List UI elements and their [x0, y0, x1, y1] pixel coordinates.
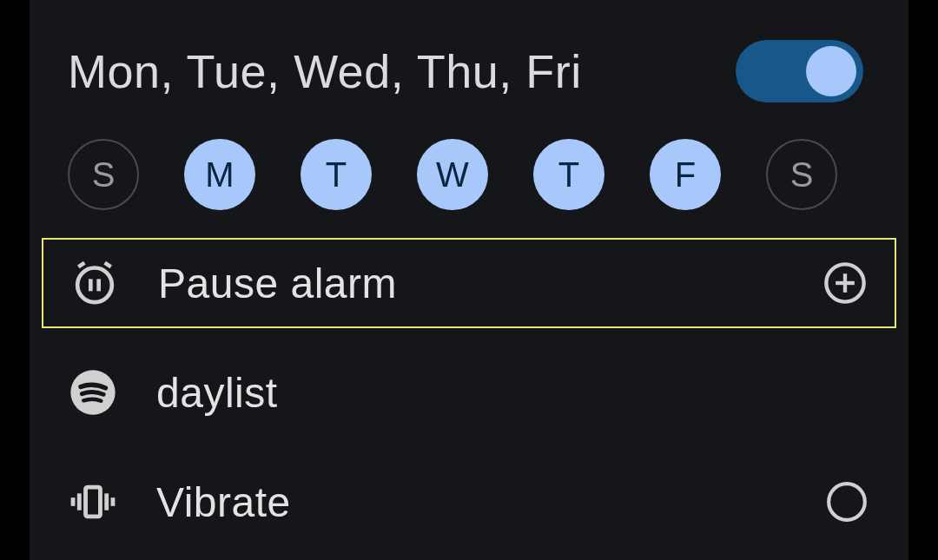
day-letter: T [558, 155, 579, 194]
day-sunday[interactable]: S [68, 139, 139, 210]
day-friday[interactable]: F [650, 139, 721, 210]
day-tuesday[interactable]: T [301, 139, 372, 210]
alarm-enable-toggle[interactable] [736, 40, 863, 102]
day-letter: M [205, 155, 234, 194]
day-letter: S [790, 155, 814, 194]
day-monday[interactable]: M [184, 139, 255, 210]
day-thursday[interactable]: T [533, 139, 604, 210]
pause-alarm-row[interactable]: Pause alarm [42, 238, 896, 328]
svg-rect-9 [86, 487, 101, 517]
schedule-row: Mon, Tue, Wed, Thu, Fri [30, 0, 908, 102]
day-wednesday[interactable]: W [417, 139, 488, 210]
add-pause-button[interactable] [822, 260, 869, 306]
vibrate-row[interactable]: Vibrate [30, 457, 908, 547]
day-letter: F [675, 155, 696, 194]
schedule-label: Mon, Tue, Wed, Thu, Fri [68, 44, 582, 98]
day-selector-row: S M T W T F S [30, 102, 908, 210]
day-saturday[interactable]: S [766, 139, 837, 210]
svg-point-0 [77, 268, 112, 303]
vibrate-icon [68, 477, 118, 527]
day-letter: T [326, 155, 347, 194]
day-letter: S [92, 155, 116, 194]
pause-alarm-label: Pause alarm [158, 260, 822, 307]
alarm-settings-card: Mon, Tue, Wed, Thu, Fri S M T W T F S Pa… [30, 0, 908, 560]
vibrate-label: Vibrate [156, 478, 823, 526]
spotify-icon [68, 367, 118, 418]
svg-point-14 [829, 484, 865, 520]
sound-row[interactable]: daylist [30, 347, 908, 438]
vibrate-checkbox[interactable] [823, 478, 870, 525]
toggle-thumb [806, 46, 856, 96]
pause-alarm-icon [69, 258, 120, 308]
sound-label: daylist [156, 369, 870, 417]
day-letter: W [436, 155, 469, 194]
svg-line-3 [78, 263, 84, 267]
svg-line-4 [105, 263, 111, 267]
